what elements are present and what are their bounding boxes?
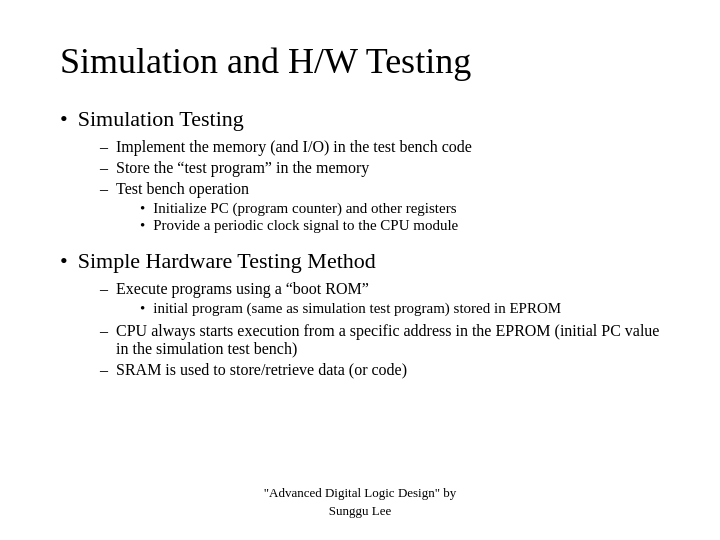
bullet-label-2: Simple Hardware Testing Method <box>78 248 376 274</box>
subitem-1-2: – Store the “test program” in the memory <box>100 159 660 177</box>
subitem-text-1-3: Test bench operation <box>116 180 458 198</box>
slide-content: • Simulation Testing – Implement the mem… <box>60 106 660 474</box>
bullet-main-2: • Simple Hardware Testing Method <box>60 248 660 274</box>
footer-line2: Sunggu Lee <box>60 502 660 520</box>
sub-items-1: – Implement the memory (and I/O) in the … <box>100 138 660 236</box>
subitem-text-2-3: SRAM is used to store/retrieve data (or … <box>116 361 407 379</box>
dash-2-2: – <box>100 322 108 340</box>
sub-sub-item-1-3-2: • Provide a periodic clock signal to the… <box>140 217 458 234</box>
subitem-block-1-3: Test bench operation • Initialize PC (pr… <box>116 180 458 236</box>
bullet-section-1: • Simulation Testing – Implement the mem… <box>60 106 660 236</box>
slide: Simulation and H/W Testing • Simulation … <box>0 0 720 540</box>
sub-items-2: – Execute programs using a “boot ROM” • … <box>100 280 660 379</box>
sub-sub-text-1-3-1: Initialize PC (program counter) and othe… <box>153 200 456 217</box>
dash-1-1: – <box>100 138 108 156</box>
sub-sub-items-1-3: • Initialize PC (program counter) and ot… <box>140 200 458 234</box>
subitem-text-2-2: CPU always starts execution from a speci… <box>116 322 660 358</box>
dash-2-3: – <box>100 361 108 379</box>
bullet-main-1: • Simulation Testing <box>60 106 660 132</box>
dash-1-2: – <box>100 159 108 177</box>
bullet-section-2: • Simple Hardware Testing Method – Execu… <box>60 248 660 379</box>
bullet-small-1-3-2: • <box>140 217 145 234</box>
subitem-2-2: – CPU always starts execution from a spe… <box>100 322 660 358</box>
bullet-label-1: Simulation Testing <box>78 106 244 132</box>
sub-sub-text-1-3-2: Provide a periodic clock signal to the C… <box>153 217 458 234</box>
subitem-text-2-1: Execute programs using a “boot ROM” <box>116 280 561 298</box>
dash-1-3: – <box>100 180 108 198</box>
slide-footer: "Advanced Digital Logic Design" by Sungg… <box>60 484 660 520</box>
subitem-2-3: – SRAM is used to store/retrieve data (o… <box>100 361 660 379</box>
sub-sub-items-2-1: • initial program (same as simulation te… <box>140 300 561 317</box>
sub-sub-item-1-3-1: • Initialize PC (program counter) and ot… <box>140 200 458 217</box>
slide-title: Simulation and H/W Testing <box>60 40 660 82</box>
sub-sub-item-2-1-1: • initial program (same as simulation te… <box>140 300 561 317</box>
subitem-1-1: – Implement the memory (and I/O) in the … <box>100 138 660 156</box>
subitem-1-3: – Test bench operation • Initialize PC (… <box>100 180 660 236</box>
bullet-small-1-3-1: • <box>140 200 145 217</box>
bullet-small-2-1-1: • <box>140 300 145 317</box>
subitem-2-1: – Execute programs using a “boot ROM” • … <box>100 280 660 319</box>
sub-sub-text-2-1-1: initial program (same as simulation test… <box>153 300 561 317</box>
bullet-dot-1: • <box>60 106 68 132</box>
subitem-block-2-1: Execute programs using a “boot ROM” • in… <box>116 280 561 319</box>
subitem-text-1-2: Store the “test program” in the memory <box>116 159 369 177</box>
bullet-dot-2: • <box>60 248 68 274</box>
subitem-text-1-1: Implement the memory (and I/O) in the te… <box>116 138 472 156</box>
dash-2-1: – <box>100 280 108 298</box>
footer-line1: "Advanced Digital Logic Design" by <box>60 484 660 502</box>
